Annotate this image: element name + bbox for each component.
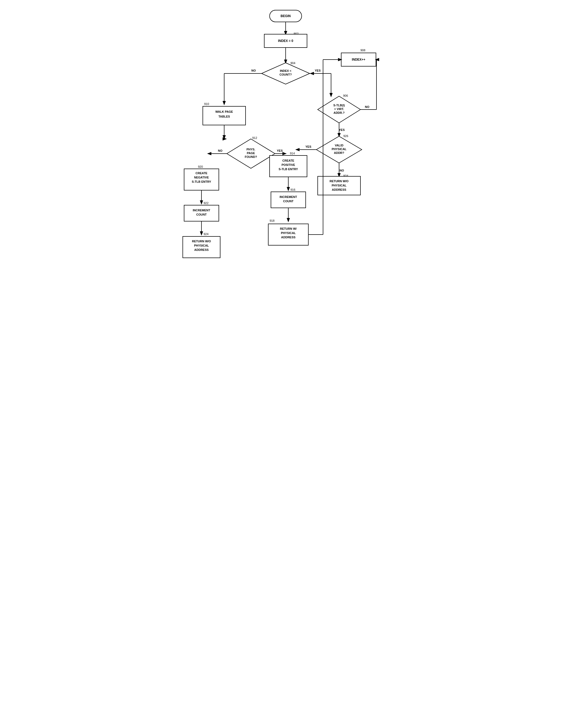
node-920-label3: S-TLB ENTRY <box>192 180 211 183</box>
ref-906: 906 <box>343 94 348 97</box>
node-924b-label1: RETURN W/O <box>329 179 348 183</box>
node-924a-label2: PHYSICAL <box>194 244 209 247</box>
node-920-label1: CREATE <box>195 171 207 175</box>
node-906-label2: = VIRT. <box>334 107 344 111</box>
no-label-912: NO <box>218 149 222 152</box>
yes-label-904: YES <box>315 69 320 72</box>
node-924a-label1: RETURN W/O <box>192 240 211 243</box>
node-926-label2: PHYSICAL <box>332 147 347 151</box>
node-918-label1: RETURN W/ <box>280 227 296 230</box>
node-912-label2: PAGE <box>247 151 255 155</box>
ref-922: 922 <box>204 202 208 205</box>
ref-918: 918 <box>269 219 274 222</box>
flowchart-diagram: BEGIN 902 INDEX = 0 904 INDEX < COUNT? Y… <box>182 5 390 278</box>
ref-926: 926 <box>343 134 348 138</box>
no-label-904: NO <box>251 69 256 72</box>
ref-914: 914 <box>290 152 295 155</box>
node-924b-label2: PHYSICAL <box>332 184 347 187</box>
node-908-label: INDEX++ <box>352 58 365 62</box>
node-918-label2: PHYSICAL <box>281 231 296 235</box>
node-924a-label3: ADDRESS <box>194 248 209 251</box>
ref-908: 908 <box>360 48 365 52</box>
node-910-label2: TABLES <box>218 115 230 118</box>
node-912-label1: PHYS. <box>246 148 255 151</box>
node-914-label1: CREATE <box>282 159 294 162</box>
node-916-label2: COUNT <box>283 200 294 203</box>
node-916-label1: INCREMENT <box>279 195 297 199</box>
begin-label: BEGIN <box>280 14 291 18</box>
yes-label-926: YES <box>305 145 311 148</box>
node-902-label: INDEX = 0 <box>278 39 293 43</box>
no-label-906: NO <box>365 105 369 109</box>
node-904-label: INDEX < <box>280 69 291 73</box>
node-918-label3: ADDRESS <box>281 236 296 239</box>
ref-904: 904 <box>291 62 295 65</box>
node-924b-label3: ADDRESS <box>332 188 346 191</box>
node-904-label2: COUNT? <box>279 73 292 76</box>
ref-912: 912 <box>252 136 257 139</box>
yes-label-906: YES <box>339 128 344 131</box>
ref-910: 910 <box>204 102 209 106</box>
node-906-label1: S-TLB(I) <box>333 104 345 107</box>
no-label-926: NO <box>339 169 344 172</box>
ref-924a: 924 <box>204 232 208 236</box>
ref-916: 916 <box>291 188 295 191</box>
node-910-label1: WALK PAGE <box>215 110 233 113</box>
node-922-label1: INCREMENT <box>193 209 210 212</box>
node-914-label2: POSITIVE <box>281 163 295 166</box>
node-914-label3: S-TLB ENTRY <box>278 167 298 171</box>
node-926-label1: VALID <box>335 144 343 147</box>
node-920-label2: NEGATIVE <box>194 176 209 179</box>
node-926-label3: ADDR? <box>334 151 344 154</box>
node-906-label3: ADDR.? <box>333 111 345 114</box>
node-922-label2: COUNT <box>196 213 207 216</box>
node-912-label3: FOUND? <box>245 155 257 158</box>
ref-920: 920 <box>198 165 203 168</box>
yes-label-912: YES <box>276 149 282 152</box>
